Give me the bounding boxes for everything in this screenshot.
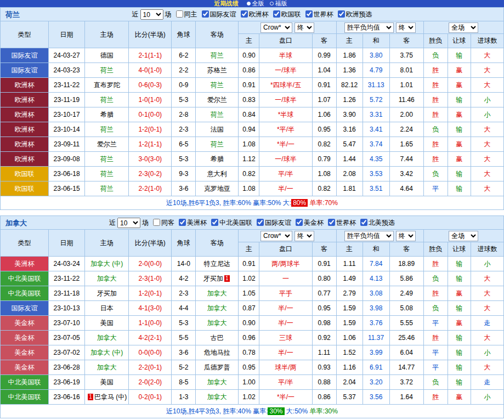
league-filter[interactable]: 国际友谊 [197,10,236,18]
team-link[interactable]: 德国 [100,52,114,59]
team-link[interactable]: 古巴 [211,334,224,342]
team-link[interactable]: 瓜德罗普 [204,364,230,371]
cell-score: 3-0(3-0) [129,152,172,167]
team-link[interactable]: 爱尔兰 [97,140,117,148]
cell-corners: 0-9 [172,78,196,93]
league-checkbox[interactable] [338,10,345,18]
scope-select[interactable]: 全场 [449,22,478,33]
team-link[interactable]: 爱尔兰 [207,96,227,104]
team-link[interactable]: 加拿大 [207,378,227,386]
league-checkbox[interactable] [179,219,186,226]
team-link[interactable]: 特立尼达 [204,260,230,268]
team-link[interactable]: 荷兰 [100,155,114,163]
team-link[interactable]: 加拿大 (中) [90,260,123,268]
team-link[interactable]: 希腊 [100,111,114,118]
filter-label: 国际友谊 [210,10,236,18]
cell-handicap-result: 输 [448,181,471,196]
team-link[interactable]: 加拿大 [97,275,117,282]
team-link[interactable]: 加拿大 [207,304,227,312]
league-filter[interactable]: 欧洲杯 [236,10,269,18]
cell-home-team: 加拿大 (中) [85,257,129,271]
team-link[interactable]: 荷兰 [100,126,114,133]
games-label: 场 [165,10,172,18]
team-link[interactable]: 意大利 [207,170,227,178]
league-checkbox[interactable] [296,219,303,226]
team-link[interactable]: 日本 [100,304,114,312]
sub-avg-home: 主 [336,34,363,48]
team-link[interactable]: 美国 [100,378,114,386]
team-link[interactable]: 加拿大 [207,290,227,297]
league-filter[interactable]: 中北美国联 [207,219,252,226]
version-option-full[interactable]: 全版 [247,0,264,7]
cell-match-type: 中北美国联 [1,375,49,390]
cell-score: 2-2(0-1) [129,360,172,375]
recent-count-select[interactable]: 10 [140,9,163,20]
match-row: 美金杯23-06-28加拿大2-2(0-1)5-2瓜德罗普0.95球半/两0.9… [1,360,504,375]
team-link[interactable]: 克罗地亚 [204,185,230,192]
cell-corners: 4-4 [172,301,196,316]
same-venue-checkbox[interactable] [176,10,183,18]
cell-result: 平 [423,316,448,331]
team-link[interactable]: 荷兰 [211,111,224,118]
team-link[interactable]: 加拿大 [97,334,117,342]
same-venue-checkbox[interactable] [153,219,160,226]
odds-company-select[interactable]: Crow* [261,231,292,241]
league-checkbox[interactable] [360,219,367,226]
avg-odds-select[interactable]: 胜平负均值 [344,231,394,241]
league-checkbox[interactable] [328,219,335,226]
team-link[interactable]: 荷兰 [211,81,224,89]
final-avg-select[interactable]: 终 [396,22,416,33]
team-section: 荷兰近10场同主国际友谊欧洲杯欧国联世界杯欧洲预选类型日期主场比分(半场)角球客… [0,7,504,210]
team-link[interactable]: 法国 [211,126,224,133]
cell-avg-draw: 7.84 [363,257,389,271]
odds-company-select[interactable]: Crow* [261,22,292,33]
team-link[interactable]: 苏格兰 [207,66,227,74]
league-checkbox[interactable] [241,10,248,18]
version-option-lite[interactable]: 福版 [270,0,287,7]
final-avg-select[interactable]: 终 [396,231,416,241]
cell-goals: 小 [471,345,503,360]
league-checkbox[interactable] [211,219,218,226]
team-link[interactable]: 加拿大 [207,393,227,401]
team-link[interactable]: 荷兰 [211,140,224,148]
scope-select[interactable]: 全场 [449,231,478,241]
team-link[interactable]: 荷兰 [100,66,114,74]
league-filter[interactable]: 北美预选 [356,219,395,226]
team-link[interactable]: 巴拿马 (中) [94,393,127,401]
team-link[interactable]: 牙买加 [97,290,117,297]
league-filter[interactable]: 欧洲预选 [333,10,372,18]
cell-avg-away: 7.44 [389,152,423,167]
team-link[interactable]: 加拿大 (中) [90,349,123,356]
team-link[interactable]: 加拿大 [207,319,227,327]
team-link[interactable]: 加拿大 [97,364,117,371]
final-odds-select[interactable]: 终 [295,22,314,33]
team-link[interactable]: 危地马拉 [204,349,230,356]
team-link[interactable]: 荷兰 [211,52,224,59]
league-checkbox[interactable] [305,10,313,18]
team-link[interactable]: 荷兰 [100,96,114,104]
team-link[interactable]: 荷兰 [100,185,114,192]
summary-row: 近10场,胜4平3负3, 胜率:40% 赢率:30% 大:50% 单率:30% [1,405,504,418]
league-checkbox[interactable] [257,219,264,226]
league-filter[interactable]: 欧国联 [269,10,301,18]
team-link[interactable]: 牙买加 [203,275,223,282]
avg-odds-select[interactable]: 胜平负均值 [344,22,394,33]
league-filter[interactable]: 美洲杯 [174,219,207,226]
match-row: 欧洲杯23-10-14荷兰1-2(0-1)2-3法国0.94*平/半0.953.… [1,122,504,137]
league-filter[interactable]: 世界杯 [324,219,356,226]
same-venue-filter[interactable]: 同主 [172,10,197,18]
team-link[interactable]: 美国 [100,319,114,327]
league-filter[interactable]: 美金杯 [291,219,324,226]
cell-date: 24-03-27 [49,48,85,63]
team-link[interactable]: 直布罗陀 [94,81,120,89]
final-odds-select[interactable]: 终 [295,231,314,241]
league-filter[interactable]: 国际友谊 [252,219,291,226]
league-filter[interactable]: 世界杯 [301,10,333,18]
same-venue-filter[interactable]: 同客 [149,219,174,226]
cell-match-type: 中北美国联 [1,390,49,405]
team-link[interactable]: 希腊 [211,155,224,163]
recent-count-select[interactable]: 10 [117,218,140,228]
league-checkbox[interactable] [202,10,209,18]
league-checkbox[interactable] [273,10,280,18]
team-link[interactable]: 荷兰 [100,170,114,178]
